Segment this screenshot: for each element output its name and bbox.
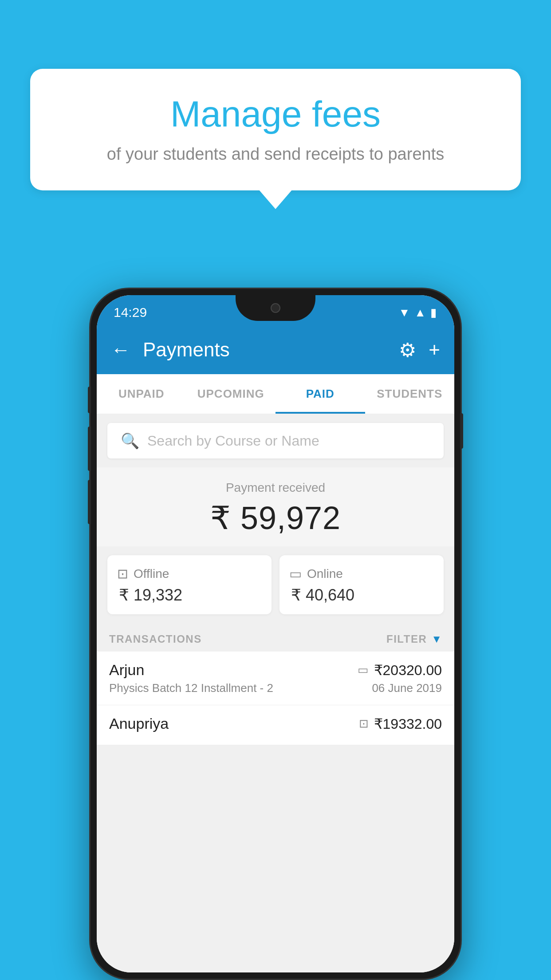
payment-received-section: Payment received ₹ 59,972 (97, 467, 454, 546)
phone-screen-area: 14:29 ▼ ▲ ▮ ← Payments ⚙ + (97, 295, 454, 972)
student-name-anupriya: Anupriya (109, 715, 169, 732)
status-time: 14:29 (114, 305, 147, 320)
transaction-amount-arjun: ₹20320.00 (374, 662, 442, 679)
student-name-arjun: Arjun (109, 661, 144, 679)
tab-paid[interactable]: PAID (276, 374, 365, 414)
amount-wrap-anupriya: ⊡ ₹19332.00 (359, 715, 442, 732)
phone-mockup: 14:29 ▼ ▲ ▮ ← Payments ⚙ + (89, 288, 462, 980)
background: Manage fees of your students and send re… (0, 0, 551, 980)
payment-cards: ⊡ Offline ₹ 19,332 ▭ Online ₹ 40, (97, 546, 454, 625)
offline-icon: ⊡ (117, 566, 128, 581)
amount-wrap-arjun: ▭ ₹20320.00 (358, 662, 442, 679)
signal-icon: ▲ (414, 306, 426, 320)
filter-button[interactable]: FILTER ▼ (386, 633, 442, 645)
transaction-row1-arjun: Arjun ▭ ₹20320.00 (109, 661, 442, 679)
bubble-title: Manage fees (57, 93, 494, 135)
phone-screen: 14:29 ▼ ▲ ▮ ← Payments ⚙ + (97, 295, 454, 972)
tab-unpaid[interactable]: UNPAID (97, 374, 186, 414)
notch (236, 295, 315, 321)
phone-outer: 14:29 ▼ ▲ ▮ ← Payments ⚙ + (89, 288, 462, 980)
battery-icon: ▮ (430, 306, 437, 320)
filter-label: FILTER (386, 633, 427, 645)
transaction-item-anupriya[interactable]: Anupriya ⊡ ₹19332.00 (97, 705, 454, 745)
payment-received-label: Payment received (97, 481, 454, 495)
offline-amount: ₹ 19,332 (117, 586, 262, 605)
camera (271, 303, 280, 313)
online-icon: ▭ (289, 566, 302, 581)
tab-students[interactable]: STUDENTS (365, 374, 455, 414)
search-icon: 🔍 (121, 432, 139, 450)
add-icon[interactable]: + (429, 339, 440, 361)
offline-card: ⊡ Offline ₹ 19,332 (107, 555, 272, 614)
tabs-bar: UNPAID UPCOMING PAID STUDENTS (97, 374, 454, 414)
status-icons: ▼ ▲ ▮ (399, 306, 437, 320)
card-payment-icon: ▭ (358, 663, 369, 677)
online-label: Online (307, 567, 343, 581)
search-placeholder: Search by Course or Name (147, 433, 319, 449)
back-button[interactable]: ← (111, 339, 130, 361)
speech-bubble: Manage fees of your students and send re… (30, 69, 521, 190)
transaction-row2-arjun: Physics Batch 12 Installment - 2 06 June… (109, 681, 442, 695)
app-bar: ← Payments ⚙ + (97, 325, 454, 374)
settings-icon[interactable]: ⚙ (399, 339, 416, 361)
power-button (460, 413, 463, 449)
tab-upcoming[interactable]: UPCOMING (186, 374, 276, 414)
content-area: 🔍 Search by Course or Name Payment recei… (97, 414, 454, 972)
mute-button (88, 387, 91, 413)
online-card-header: ▭ Online (289, 566, 434, 581)
transaction-item-arjun[interactable]: Arjun ▭ ₹20320.00 Physics Batch 12 Insta… (97, 652, 454, 705)
wifi-icon: ▼ (399, 306, 410, 320)
course-info-arjun: Physics Batch 12 Installment - 2 (109, 681, 273, 695)
transactions-label: TRANSACTIONS (109, 633, 202, 645)
offline-card-header: ⊡ Offline (117, 566, 262, 581)
volume-down-button (88, 480, 91, 524)
volume-up-button (88, 427, 91, 471)
payment-received-amount: ₹ 59,972 (97, 499, 454, 537)
app-bar-actions: ⚙ + (399, 339, 440, 361)
online-card: ▭ Online ₹ 40,640 (279, 555, 444, 614)
online-amount: ₹ 40,640 (289, 586, 434, 605)
cash-payment-icon: ⊡ (359, 717, 369, 731)
transaction-date-arjun: 06 June 2019 (372, 681, 442, 695)
bubble-subtitle: of your students and send receipts to pa… (57, 145, 494, 164)
transactions-header: TRANSACTIONS FILTER ▼ (97, 625, 454, 652)
filter-icon: ▼ (431, 633, 442, 645)
transaction-amount-anupriya: ₹19332.00 (374, 715, 442, 732)
app-title: Payments (143, 339, 386, 361)
transaction-row1-anupriya: Anupriya ⊡ ₹19332.00 (109, 715, 442, 732)
offline-label: Offline (134, 567, 169, 581)
search-bar[interactable]: 🔍 Search by Course or Name (107, 423, 444, 458)
